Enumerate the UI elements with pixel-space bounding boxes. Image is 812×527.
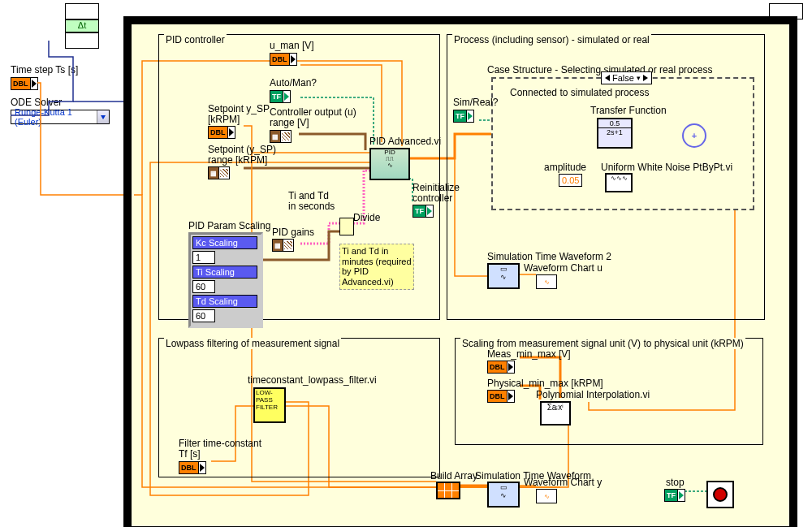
pid-advanced-label: PID Advanced.vi <box>369 136 441 147</box>
sim-time-waveform-2-label: Simulation Time Waveform 2 <box>487 252 611 262</box>
transfer-function-label: Transfer Function <box>590 106 667 116</box>
waveform-chart-u-terminal: ∿ <box>536 274 557 289</box>
build-array-node <box>436 482 460 499</box>
top-terminal-2 <box>65 32 99 49</box>
timestep-terminal: DBL <box>11 77 38 90</box>
pid-param-scaling-cluster[interactable]: Kc Scaling 1 Ti Scaling 60 Td Scaling 60 <box>188 232 263 328</box>
pid-gains-label: PID gains <box>272 227 314 238</box>
top-terminal-1 <box>65 3 99 19</box>
poly-interp-label: Polynomial Interpolation.vi <box>536 390 650 400</box>
transfer-function-vi[interactable]: 0.5 2s+1 <box>597 118 633 149</box>
sim-time-waveform-vi[interactable]: ▭∿ <box>487 482 520 508</box>
amplitude-constant[interactable]: 0.05 <box>559 174 582 187</box>
filter-tf-terminal: DBL <box>179 461 206 474</box>
stop-terminal[interactable]: TF <box>664 489 685 502</box>
stop-label: stop <box>666 477 685 488</box>
phys-min-max-terminal: DBL <box>487 390 515 403</box>
sim-real-label: Sim/Real? <box>453 97 498 108</box>
noise-vi-label: Uniform White Noise PtByPt.vi <box>601 162 732 173</box>
pid-gains-terminal: ▦ <box>272 239 294 252</box>
setpoint-terminal: DBL <box>208 126 235 139</box>
waveform-chart-y-terminal: ∿ <box>536 489 557 503</box>
divide-node <box>339 218 354 235</box>
ctrl-out-range-label: Controller output (u) range [V] <box>270 107 356 128</box>
pid-note: Ti and Td in minutes (required by PID Ad… <box>339 244 414 290</box>
u-man-label: u_man [V] <box>270 41 314 51</box>
process-frame-title: Process (including sensor) - simulated o… <box>452 34 651 45</box>
dt-icon: Δt <box>65 19 99 32</box>
lowpass-filter-vi[interactable]: LOW- PASS FILTER <box>253 387 286 423</box>
ode-solver-dropdown[interactable]: Runge-Kutta 1 (Euler) <box>11 110 110 124</box>
u-man-terminal: DBL <box>270 53 297 66</box>
case-next-icon[interactable] <box>643 75 648 81</box>
waveform-chart-u-label: Waveform Chart u <box>524 263 603 274</box>
auto-man-terminal: TF <box>270 90 291 103</box>
timestep-label: Time step Ts [s] <box>11 65 78 76</box>
titd-secs-label: Ti and Td in seconds <box>288 191 335 212</box>
case-prev-icon[interactable] <box>605 75 610 81</box>
amplitude-label: amplitude <box>544 162 586 173</box>
pid-frame-title: PID controller <box>164 34 227 45</box>
case-structure-title: Case Structure - Selecting simulated or … <box>487 65 712 76</box>
lowpass-vi-label: timeconstant_lowpass_filter.vi <box>248 375 377 386</box>
setpoint-range-terminal: ▦ <box>208 166 230 179</box>
phys-min-max-label: Physical_min_max [kRPM] <box>487 378 603 389</box>
pid-advanced-vi[interactable]: PID⎍⎍∿ <box>369 148 410 180</box>
meas-min-max-terminal: DBL <box>487 361 515 374</box>
stop-button-icon[interactable] <box>706 481 734 508</box>
setpoint-label: Setpoint y_SP [kRPM] <box>208 104 270 125</box>
sim-real-terminal: TF <box>453 110 474 123</box>
scaling-frame-title: Scaling from measurement signal unit (V)… <box>460 338 745 349</box>
meas-min-max-label: Meas_min_max [V] <box>487 349 571 360</box>
pid-param-scaling-title: PID Param Scaling <box>188 221 270 231</box>
setpoint-range-label: Setpoint (y_SP) range [kRPM] <box>208 145 276 166</box>
ctrl-out-range-terminal: ▦ <box>270 130 292 143</box>
divide-label: Divide <box>353 213 380 223</box>
noise-vi[interactable]: ∿∿∿ <box>605 173 633 192</box>
auto-man-label: Auto/Man? <box>270 78 317 89</box>
lowpass-frame-title: Lowpass filtering of measurement signal <box>164 338 341 349</box>
waveform-chart-y-label: Waveform Chart y <box>524 477 602 488</box>
summing-junction: + <box>682 123 706 148</box>
connected-label: Connected to simulated process <box>510 88 649 98</box>
build-array-label: Build Array <box>430 471 477 482</box>
sim-time-waveform-2-vi[interactable]: ▭∿ <box>487 263 520 289</box>
poly-interp-vi[interactable]: Σaᵢxⁱ <box>540 401 571 425</box>
case-selector[interactable]: False ▾ <box>601 71 652 84</box>
reinit-terminal: TF <box>412 205 434 218</box>
filter-tf-label: Filter time-constant Tf [s] <box>179 438 261 460</box>
